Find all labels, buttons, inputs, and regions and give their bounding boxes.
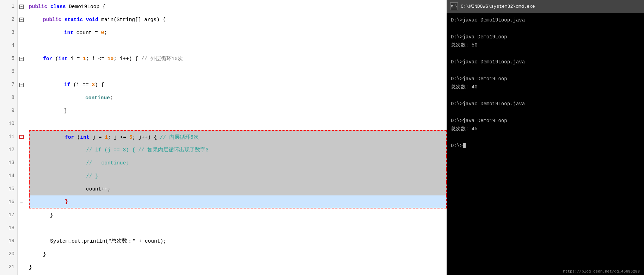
cmd-icon: C:\: [450, 2, 458, 10]
code-line-13: // continue;: [29, 156, 447, 169]
fold-18: [18, 221, 25, 235]
fold-3: [18, 26, 25, 39]
cmd-title: C:\WINDOWS\system32\cmd.exe: [461, 4, 535, 9]
cmd-line-7: [451, 67, 640, 75]
code-line-17: }: [29, 208, 447, 221]
fold-17: [18, 208, 25, 221]
code-line-5: for (int i = 1; i <= 10; i++) { // 外层循环1…: [29, 52, 447, 65]
cmd-line-13: D:\>java Demo19Loop: [451, 117, 640, 125]
code-editor: 1 2 3 4 5 6 7 8 9 10 11 12 13 14 15 16 1…: [0, 0, 447, 275]
code-line-4: [29, 39, 447, 52]
cmd-line-4: 总次数: 50: [451, 41, 640, 50]
cmd-line-6: D:\>javac Demo19Loop.java: [451, 58, 640, 67]
fold-11[interactable]: −: [18, 130, 25, 143]
cmd-line-1: D:\>javac Demo19Loop.java: [451, 16, 640, 25]
line-numbers: 1 2 3 4 5 6 7 8 9 10 11 12 13 14 15 16 1…: [0, 0, 18, 275]
fold-gutter: − − − − −: [18, 0, 25, 275]
code-line-15: count++;: [29, 182, 447, 195]
code-line-6: [29, 65, 447, 78]
fold-21: [18, 261, 25, 274]
fold-4: [18, 39, 25, 52]
fold-10: [18, 117, 25, 130]
fold-12: [18, 143, 25, 156]
cmd-line-3: D:\>java Demo19Loop: [451, 33, 640, 42]
cmd-line-14: 总次数: 45: [451, 125, 640, 133]
cmd-panel: C:\ C:\WINDOWS\system32\cmd.exe D:\>java…: [447, 0, 644, 275]
cmd-line-15: [451, 133, 640, 142]
fold-7[interactable]: −: [18, 78, 25, 91]
code-line-14: // }: [29, 169, 447, 182]
code-line-1: public class Demo19Loop {: [29, 0, 447, 13]
code-line-11: for (int j = 1; j <= 5; j++) { // 内层循环5次: [29, 130, 447, 143]
cmd-line-8: D:\>java Demo19Loop: [451, 75, 640, 83]
fold-20: [18, 248, 25, 261]
fold-13: [18, 156, 25, 169]
code-line-20: }: [29, 248, 447, 261]
fold-16: —: [18, 195, 25, 208]
code-line-21: }: [29, 261, 447, 274]
fold-19: [18, 235, 25, 248]
cmd-line-10: [451, 92, 640, 100]
code-line-7: if (i == 3) {: [29, 78, 447, 91]
fold-1[interactable]: −: [18, 0, 25, 13]
cmd-footer: https://blog.csdn.net/qq_45696288: [447, 268, 644, 275]
code-line-19: System.out.println("总次数：" + count);: [29, 235, 447, 248]
fold-2[interactable]: −: [18, 13, 25, 26]
fold-14: [18, 169, 25, 182]
fold-6: [18, 65, 25, 78]
cmd-line-16: D:\>: [451, 142, 640, 150]
code-line-8: continue;: [29, 91, 447, 104]
cmd-body: D:\>javac Demo19Loop.java D:\>java Demo1…: [447, 13, 644, 268]
fold-8: [18, 91, 25, 104]
fold-5[interactable]: −: [18, 52, 25, 65]
code-line-10: [29, 117, 447, 130]
fold-15: [18, 182, 25, 195]
cmd-footer-text: https://blog.csdn.net/qq_45696288: [563, 269, 640, 274]
cmd-line-5: [451, 50, 640, 58]
code-line-9: }: [29, 104, 447, 117]
fold-9: [18, 104, 25, 117]
code-line-18: [29, 221, 447, 235]
code-line-16: }: [29, 195, 447, 208]
code-line-2: public static void main(String[] args) {: [29, 13, 447, 26]
code-content[interactable]: public class Demo19Loop { public static …: [25, 0, 447, 275]
code-line-12: // if (j == 3) { // 如果内层循环出现了数字3: [29, 143, 447, 156]
cmd-line-12: [451, 108, 640, 117]
cmd-titlebar: C:\ C:\WINDOWS\system32\cmd.exe: [447, 0, 644, 13]
code-line-3: int count = 0;: [29, 26, 447, 39]
cmd-line-11: D:\>javac Demo19Loop.java: [451, 100, 640, 108]
cmd-line-2: [451, 25, 640, 33]
cmd-line-9: 总次数: 40: [451, 83, 640, 92]
